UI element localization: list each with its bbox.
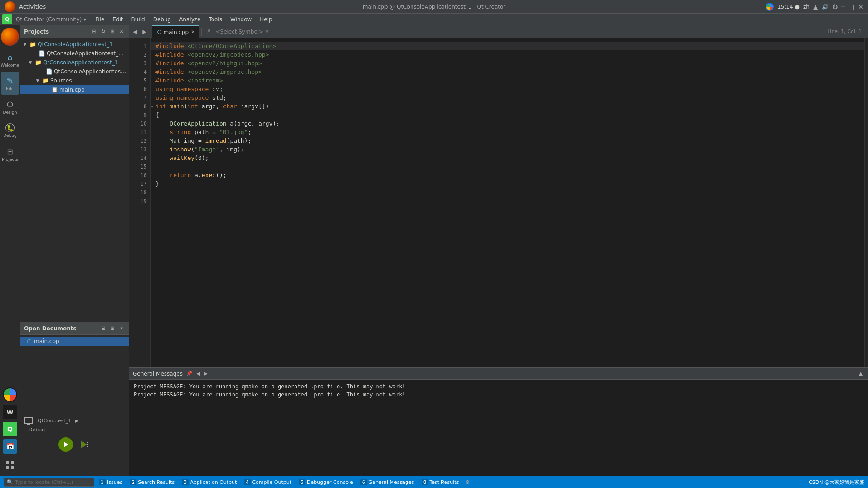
apps-grid-icon[interactable] [3, 458, 17, 472]
menu-debug[interactable]: Debug [150, 15, 175, 24]
firefox-icon[interactable] [5, 1, 15, 12]
status-issues[interactable]: 1 Issues [96, 476, 125, 488]
projects-collapse-icon[interactable]: ⊞ [109, 28, 116, 35]
app-output-label: Application Output [190, 479, 237, 485]
projects-filter-icon[interactable]: ⊟ [91, 28, 98, 35]
tree-toggle-pri [39, 69, 44, 74]
menu-edit[interactable]: Edit [109, 15, 126, 24]
editor-tab-maincpp[interactable]: C main.cpp ✕ [152, 25, 199, 38]
search-results-label: Search Results [138, 479, 175, 485]
open-doc-maincpp[interactable]: C main.cpp [20, 337, 129, 346]
code-line-11[interactable]: string path = "01.jpg"; [151, 128, 864, 136]
status-general-messages[interactable]: 6 General Messages [358, 476, 417, 488]
editor-scrollbar[interactable] [864, 38, 868, 367]
sidebar-edit[interactable]: ✎ Edit [1, 72, 19, 95]
code-line-16[interactable]: return a.exec(); [151, 171, 864, 179]
minimize-button[interactable]: ─ [841, 3, 845, 10]
menu-window[interactable]: Window [227, 15, 255, 24]
firefox-sidebar-icon[interactable] [1, 28, 19, 46]
code-line-18[interactable] [151, 188, 864, 197]
code-content[interactable]: #include <QtCore/QCoreApplication> #incl… [151, 38, 864, 367]
line-num-1: 1 [129, 42, 150, 50]
debug-run-button[interactable] [77, 437, 91, 452]
code-line-3[interactable]: #include <opencv2/highgui.hpp> [151, 59, 864, 68]
status-search-results[interactable]: 2 Search Results [127, 476, 177, 488]
debug-sidebar-label: Debug [3, 133, 17, 138]
sidebar-welcome[interactable]: ⌂ Welcome [1, 48, 19, 71]
system-clock: 15:14 ● [777, 4, 800, 10]
sidebar-design[interactable]: ⬡ Design [1, 96, 19, 118]
tree-toggle-subdir[interactable]: ▼ [28, 60, 33, 65]
bottom-panel-attach-icon[interactable]: 📌 [186, 371, 193, 377]
symbol-selector-label[interactable]: <Select Symbol> [215, 29, 263, 35]
menu-tools[interactable]: Tools [205, 15, 226, 24]
keyboard-layout[interactable]: zh [803, 4, 810, 10]
code-line-15[interactable] [151, 162, 864, 171]
code-line-1[interactable]: #include <QtCore/QCoreApplication> [151, 42, 864, 50]
code-line-13[interactable]: imshow("Image", img); [151, 145, 864, 154]
toolbar-back-btn[interactable]: ◀ [131, 28, 139, 36]
code-line-17[interactable]: } [151, 179, 864, 188]
status-compile-output[interactable]: 4 Compile Output [241, 476, 294, 488]
code-line-14[interactable]: waitKey(0); [151, 154, 864, 162]
menu-analyze[interactable]: Analyze [175, 15, 204, 24]
projects-close-icon[interactable]: ✕ [118, 28, 125, 35]
symbol-dropdown-icon[interactable]: ▼ [265, 29, 269, 34]
tree-item-pri[interactable]: 📄 QtConsoleApplicationtest_1.pri [20, 67, 129, 76]
folder-icon-root: 📁 [29, 41, 36, 48]
close-button[interactable]: ✕ [858, 3, 863, 10]
code-line-9[interactable]: { [151, 111, 864, 119]
status-options-icon[interactable]: ⚙ [463, 479, 471, 485]
viki-sidebar-icon[interactable]: W [3, 405, 17, 419]
chrome-taskbar-icon[interactable] [766, 3, 774, 11]
code-line-4[interactable]: #include <opencv2/imgproc.hpp> [151, 68, 864, 76]
activities-label[interactable]: Activities [19, 3, 46, 10]
bottom-panel-nav-prev[interactable]: ◀ [196, 371, 200, 377]
status-app-output[interactable]: 3 Application Output [179, 476, 239, 488]
tree-toggle-maincpp [44, 87, 49, 92]
calendar-sidebar-icon[interactable]: 📅 [3, 439, 17, 454]
left-panels: Projects ⊟ ↻ ⊞ ✕ ▼ 📁 QtConsoleApplicatio… [20, 25, 129, 476]
status-debugger-console[interactable]: 5 Debugger Console [296, 476, 356, 488]
bottom-panel-expand-icon[interactable]: ▲ [857, 370, 864, 377]
tree-item-maincpp[interactable]: 📋 main.cpp [20, 85, 129, 94]
open-docs-icon2[interactable]: ⊞ [109, 325, 116, 332]
code-line-10[interactable]: QCoreApplication a(argc, argv); [151, 119, 864, 128]
tree-item-sources[interactable]: ▼ 📁 Sources [20, 76, 129, 85]
qt-sidebar-icon[interactable]: Q [3, 422, 17, 436]
status-test-results[interactable]: 8 Test Results [419, 476, 462, 488]
open-docs-icon1[interactable]: ⊟ [100, 325, 107, 332]
code-line-12[interactable]: Mat img = imread(path); [151, 136, 864, 145]
toolbar-forward-btn[interactable]: ▶ [141, 28, 148, 36]
tree-item-root[interactable]: ▼ 📁 QtConsoleApplicationtest_1 [20, 40, 129, 49]
menu-help[interactable]: Help [256, 15, 276, 24]
code-line-6[interactable]: using namespace cv; [151, 85, 864, 93]
restore-button[interactable]: □ [849, 3, 854, 10]
menu-build[interactable]: Build [128, 15, 149, 24]
line-num-15: 15 [129, 162, 150, 171]
tree-item-pro[interactable]: 📄 QtConsoleApplicationtest_1.pro [20, 49, 129, 58]
fold-arrow-8[interactable]: ▼ [151, 104, 153, 109]
code-line-2[interactable]: #include <opencv2/imgcodecs.hpp> [151, 50, 864, 59]
code-line-19[interactable] [151, 197, 864, 205]
tree-toggle-sources[interactable]: ▼ [35, 78, 40, 83]
run-kit-arrow[interactable]: ▶ [75, 418, 78, 423]
menu-file[interactable]: File [92, 15, 108, 24]
code-line-7[interactable]: using namespace std; [151, 93, 864, 102]
open-docs-title: Open Documents [24, 325, 77, 332]
search-bar[interactable]: 🔍 Type to locate (Ctrl+...) [4, 478, 94, 487]
bottom-panel-nav-next[interactable]: ▶ [204, 371, 207, 377]
tree-toggle-root[interactable]: ▼ [22, 42, 28, 47]
power-icon[interactable]: ⏻ [832, 4, 838, 10]
sidebar-debug[interactable]: 🐛 Debug [1, 119, 19, 142]
doc-icon-cpp: C [25, 338, 33, 345]
sidebar-projects[interactable]: ⊞ Projects [1, 143, 19, 165]
tree-item-subdir[interactable]: ▼ 📁 QtConsoleApplicationtest_1 [20, 58, 129, 67]
chrome-sidebar-icon[interactable] [3, 387, 17, 402]
code-line-8[interactable]: ▼ int main(int argc, char *argv[]) [151, 102, 864, 111]
projects-sync-icon[interactable]: ↻ [100, 28, 107, 35]
tab-close-btn[interactable]: ✕ [191, 29, 195, 35]
open-docs-close-icon[interactable]: ✕ [118, 325, 125, 332]
run-button[interactable] [58, 437, 73, 452]
code-line-5[interactable]: #include <iostream> [151, 76, 864, 85]
